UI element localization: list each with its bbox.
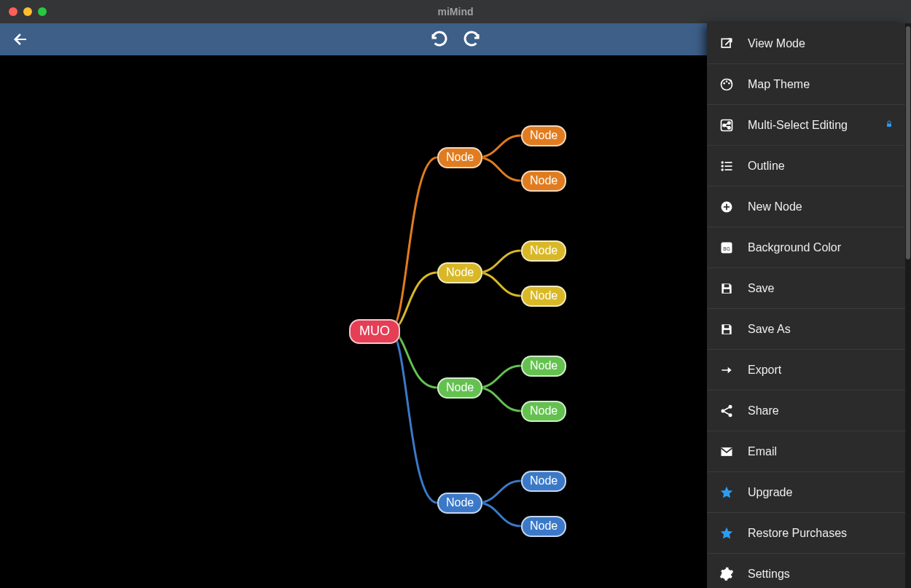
menu-item-label: Email	[748, 445, 894, 458]
menu-item-export[interactable]: Export	[707, 350, 905, 391]
svg-rect-21	[724, 289, 730, 292]
back-button[interactable]	[10, 29, 31, 50]
svg-point-8	[728, 126, 730, 128]
svg-point-25	[722, 409, 725, 412]
save-icon	[719, 281, 735, 297]
menu-item-label: Settings	[748, 568, 894, 581]
mindmap-branch-node[interactable]: Node	[437, 377, 482, 399]
menu-item-label: Map Theme	[748, 78, 894, 91]
external-link-icon	[719, 36, 735, 52]
app-window: miMind	[0, 0, 911, 588]
menu-item-label: Restore Purchases	[748, 527, 894, 540]
svg-point-4	[728, 82, 730, 85]
minimize-window-button[interactable]	[23, 7, 32, 16]
menu-item-outline[interactable]: Outline	[707, 146, 905, 187]
share-icon	[719, 403, 735, 419]
menu-item-background-color[interactable]: BGBackground Color	[707, 227, 905, 268]
mindmap-leaf-node[interactable]: Node	[521, 471, 566, 492]
vertical-scrollbar[interactable]	[905, 23, 911, 588]
mindmap-leaf-node[interactable]: Node	[521, 286, 566, 307]
svg-point-14	[722, 168, 724, 170]
svg-point-3	[726, 80, 728, 82]
undo-icon	[430, 31, 447, 48]
gear-icon	[719, 566, 735, 582]
menu-item-email[interactable]: Email	[707, 431, 905, 472]
menu-item-label: Share	[748, 404, 894, 418]
mindmap-root-node[interactable]: MUO	[349, 319, 400, 344]
mindmap-leaf-node[interactable]: Node	[521, 240, 566, 262]
svg-rect-23	[724, 329, 730, 333]
svg-point-6	[723, 124, 725, 126]
menu-item-label: View Mode	[748, 37, 894, 50]
zoom-window-button[interactable]	[38, 7, 47, 16]
svg-point-10	[722, 161, 724, 163]
menu-item-label: Multi-Select Editing	[748, 119, 872, 132]
svg-rect-11	[725, 162, 732, 163]
menu-item-restore-purchases[interactable]: Restore Purchases	[707, 513, 905, 554]
list-icon	[719, 158, 735, 174]
svg-rect-22	[724, 284, 730, 287]
lock-icon	[885, 119, 894, 130]
svg-rect-15	[725, 169, 732, 170]
main-menu: View ModeMap ThemeMulti-Select EditingOu…	[707, 23, 905, 588]
bg-icon: BG	[719, 240, 735, 256]
plus-circle-icon	[719, 199, 735, 215]
svg-point-12	[722, 165, 724, 167]
titlebar: miMind	[0, 0, 911, 23]
svg-point-7	[728, 122, 730, 124]
close-window-button[interactable]	[9, 7, 17, 16]
redo-button[interactable]	[462, 29, 482, 50]
mindmap-branch-node[interactable]: Node	[437, 262, 482, 283]
scrollbar-thumb[interactable]	[906, 26, 910, 259]
menu-item-new-node[interactable]: New Node	[707, 187, 905, 227]
mindmap-leaf-node[interactable]: Node	[521, 516, 566, 537]
svg-rect-13	[725, 165, 732, 167]
mail-icon	[719, 444, 735, 460]
window-title: miMind	[0, 6, 911, 17]
mindmap-branch-node[interactable]: Node	[437, 147, 482, 168]
save-icon	[719, 321, 735, 337]
mindmap-leaf-node[interactable]: Node	[521, 170, 566, 192]
svg-point-2	[723, 82, 725, 85]
menu-item-view-mode[interactable]: View Mode	[707, 23, 905, 64]
arrow-right-icon	[719, 362, 735, 378]
menu-item-map-theme[interactable]: Map Theme	[707, 64, 905, 105]
menu-item-label: Export	[748, 364, 894, 377]
undo-button[interactable]	[429, 29, 449, 50]
palette-icon	[719, 77, 735, 93]
mindmap-leaf-node[interactable]: Node	[521, 356, 566, 377]
svg-point-26	[729, 404, 732, 408]
menu-item-multi-select-editing[interactable]: Multi-Select Editing	[707, 105, 905, 146]
menu-item-label: Upgrade	[748, 486, 894, 499]
svg-text:BG: BG	[723, 246, 730, 251]
star-icon	[719, 485, 735, 501]
redo-icon	[464, 31, 481, 48]
menu-item-label: Outline	[748, 160, 894, 173]
mindmap-leaf-node[interactable]: Node	[521, 125, 566, 146]
svg-rect-24	[724, 325, 730, 328]
svg-rect-18	[724, 206, 730, 208]
share-node-icon	[719, 117, 735, 133]
arrow-left-icon	[12, 31, 29, 48]
mindmap-branch-node[interactable]: Node	[437, 493, 482, 514]
svg-rect-9	[887, 124, 891, 128]
menu-item-save-as[interactable]: Save As	[707, 309, 905, 350]
star-icon	[719, 525, 735, 541]
menu-item-label: Background Color	[748, 241, 894, 254]
menu-item-share[interactable]: Share	[707, 391, 905, 431]
menu-item-save[interactable]: Save	[707, 268, 905, 309]
menu-item-upgrade[interactable]: Upgrade	[707, 472, 905, 513]
menu-item-label: Save As	[748, 323, 894, 336]
svg-rect-0	[722, 39, 730, 47]
menu-item-label: Save	[748, 282, 894, 295]
mindmap-leaf-node[interactable]: Node	[521, 401, 566, 422]
svg-point-27	[729, 413, 732, 417]
window-controls	[9, 7, 47, 16]
menu-item-label: New Node	[748, 200, 894, 213]
menu-item-settings[interactable]: Settings	[707, 554, 905, 588]
